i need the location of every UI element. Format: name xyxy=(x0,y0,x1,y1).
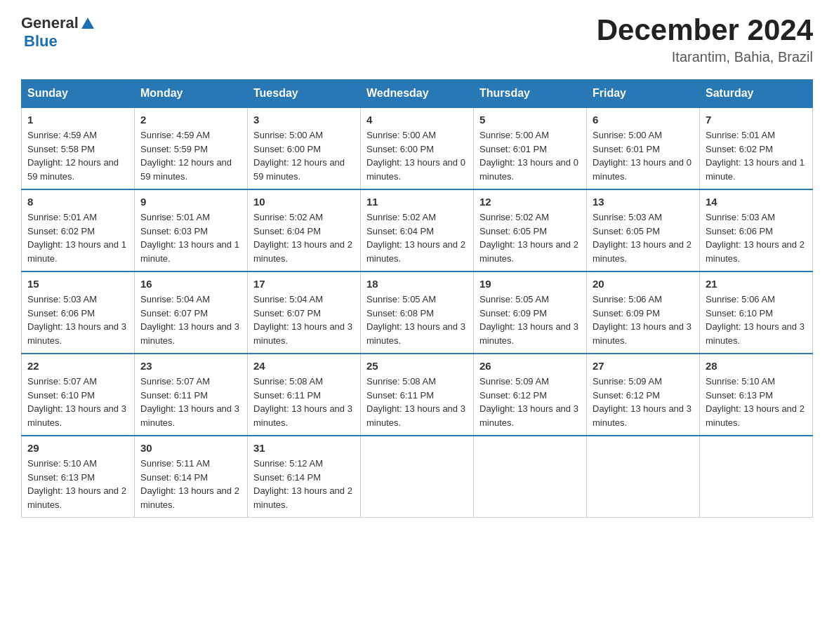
day-info: Sunrise: 5:10 AMSunset: 6:13 PMDaylight:… xyxy=(706,376,805,428)
day-number: 3 xyxy=(253,114,355,126)
logo: General Blue xyxy=(21,14,95,51)
weekday-header-wednesday: Wednesday xyxy=(361,80,474,108)
day-info: Sunrise: 5:00 AMSunset: 6:01 PMDaylight:… xyxy=(479,130,578,182)
day-number: 31 xyxy=(253,442,355,454)
day-info: Sunrise: 5:03 AMSunset: 6:06 PMDaylight:… xyxy=(27,294,126,346)
calendar-cell: 26 Sunrise: 5:09 AMSunset: 6:12 PMDaylig… xyxy=(474,354,587,436)
calendar-cell: 22 Sunrise: 5:07 AMSunset: 6:10 PMDaylig… xyxy=(22,354,135,436)
day-info: Sunrise: 5:00 AMSunset: 6:00 PMDaylight:… xyxy=(366,130,465,182)
day-info: Sunrise: 5:05 AMSunset: 6:08 PMDaylight:… xyxy=(366,294,465,346)
calendar-cell: 16 Sunrise: 5:04 AMSunset: 6:07 PMDaylig… xyxy=(135,271,248,354)
calendar-week-row: 29 Sunrise: 5:10 AMSunset: 6:13 PMDaylig… xyxy=(22,436,813,518)
day-number: 19 xyxy=(479,278,581,290)
day-number: 7 xyxy=(706,114,807,126)
day-info: Sunrise: 5:02 AMSunset: 6:04 PMDaylight:… xyxy=(253,212,352,264)
day-info: Sunrise: 5:01 AMSunset: 6:03 PMDaylight:… xyxy=(140,212,239,264)
day-number: 30 xyxy=(140,442,241,454)
calendar-cell: 14 Sunrise: 5:03 AMSunset: 6:06 PMDaylig… xyxy=(700,189,813,271)
day-info: Sunrise: 5:09 AMSunset: 6:12 PMDaylight:… xyxy=(479,376,578,428)
calendar-cell: 28 Sunrise: 5:10 AMSunset: 6:13 PMDaylig… xyxy=(700,354,813,436)
calendar-week-row: 22 Sunrise: 5:07 AMSunset: 6:10 PMDaylig… xyxy=(22,354,813,436)
day-number: 9 xyxy=(140,196,241,208)
day-number: 29 xyxy=(27,442,128,454)
day-info: Sunrise: 5:01 AMSunset: 6:02 PMDaylight:… xyxy=(706,130,805,182)
calendar-cell: 27 Sunrise: 5:09 AMSunset: 6:12 PMDaylig… xyxy=(587,354,700,436)
day-info: Sunrise: 5:02 AMSunset: 6:04 PMDaylight:… xyxy=(366,212,465,264)
day-info: Sunrise: 5:08 AMSunset: 6:11 PMDaylight:… xyxy=(366,376,465,428)
day-info: Sunrise: 5:07 AMSunset: 6:10 PMDaylight:… xyxy=(27,376,126,428)
calendar-cell: 3 Sunrise: 5:00 AMSunset: 6:00 PMDayligh… xyxy=(248,107,361,189)
day-number: 5 xyxy=(479,114,581,126)
calendar-cell: 5 Sunrise: 5:00 AMSunset: 6:01 PMDayligh… xyxy=(474,107,587,189)
day-info: Sunrise: 4:59 AMSunset: 5:58 PMDaylight:… xyxy=(27,130,119,182)
day-number: 13 xyxy=(593,196,694,208)
day-number: 11 xyxy=(366,196,468,208)
calendar-week-row: 1 Sunrise: 4:59 AMSunset: 5:58 PMDayligh… xyxy=(22,107,813,189)
calendar-cell: 1 Sunrise: 4:59 AMSunset: 5:58 PMDayligh… xyxy=(22,107,135,189)
weekday-header-row: SundayMondayTuesdayWednesdayThursdayFrid… xyxy=(22,80,813,108)
calendar-cell: 21 Sunrise: 5:06 AMSunset: 6:10 PMDaylig… xyxy=(700,271,813,354)
day-number: 2 xyxy=(140,114,241,126)
logo-triangle-icon xyxy=(80,16,95,32)
day-number: 27 xyxy=(593,360,694,372)
calendar-cell: 9 Sunrise: 5:01 AMSunset: 6:03 PMDayligh… xyxy=(135,189,248,271)
calendar-cell: 13 Sunrise: 5:03 AMSunset: 6:05 PMDaylig… xyxy=(587,189,700,271)
weekday-header-thursday: Thursday xyxy=(474,80,587,108)
day-number: 16 xyxy=(140,278,241,290)
day-number: 4 xyxy=(366,114,468,126)
calendar-cell: 10 Sunrise: 5:02 AMSunset: 6:04 PMDaylig… xyxy=(248,189,361,271)
title-block: December 2024 Itarantim, Bahia, Brazil xyxy=(597,14,813,65)
day-number: 6 xyxy=(593,114,694,126)
page-header: General Blue December 2024 Itarantim, Ba… xyxy=(21,14,813,65)
calendar-cell: 12 Sunrise: 5:02 AMSunset: 6:05 PMDaylig… xyxy=(474,189,587,271)
day-number: 17 xyxy=(253,278,355,290)
day-info: Sunrise: 5:04 AMSunset: 6:07 PMDaylight:… xyxy=(140,294,239,346)
day-number: 1 xyxy=(27,114,128,126)
calendar-cell: 6 Sunrise: 5:00 AMSunset: 6:01 PMDayligh… xyxy=(587,107,700,189)
day-number: 24 xyxy=(253,360,355,372)
day-info: Sunrise: 5:09 AMSunset: 6:12 PMDaylight:… xyxy=(593,376,691,428)
calendar-cell: 11 Sunrise: 5:02 AMSunset: 6:04 PMDaylig… xyxy=(361,189,474,271)
logo-general-text: General xyxy=(21,14,79,32)
day-number: 12 xyxy=(479,196,581,208)
day-number: 23 xyxy=(140,360,241,372)
calendar-cell: 17 Sunrise: 5:04 AMSunset: 6:07 PMDaylig… xyxy=(248,271,361,354)
day-info: Sunrise: 5:03 AMSunset: 6:06 PMDaylight:… xyxy=(706,212,805,264)
calendar-cell: 24 Sunrise: 5:08 AMSunset: 6:11 PMDaylig… xyxy=(248,354,361,436)
calendar-cell: 30 Sunrise: 5:11 AMSunset: 6:14 PMDaylig… xyxy=(135,436,248,518)
calendar-cell: 4 Sunrise: 5:00 AMSunset: 6:00 PMDayligh… xyxy=(361,107,474,189)
svg-marker-0 xyxy=(81,18,94,29)
weekday-header-friday: Friday xyxy=(587,80,700,108)
weekday-header-tuesday: Tuesday xyxy=(248,80,361,108)
day-number: 20 xyxy=(593,278,694,290)
calendar-cell: 23 Sunrise: 5:07 AMSunset: 6:11 PMDaylig… xyxy=(135,354,248,436)
day-info: Sunrise: 5:02 AMSunset: 6:05 PMDaylight:… xyxy=(479,212,578,264)
day-number: 28 xyxy=(706,360,807,372)
calendar-cell: 29 Sunrise: 5:10 AMSunset: 6:13 PMDaylig… xyxy=(22,436,135,518)
weekday-header-monday: Monday xyxy=(135,80,248,108)
calendar-week-row: 15 Sunrise: 5:03 AMSunset: 6:06 PMDaylig… xyxy=(22,271,813,354)
calendar-cell xyxy=(361,436,474,518)
calendar-cell xyxy=(587,436,700,518)
calendar-cell xyxy=(474,436,587,518)
day-info: Sunrise: 5:00 AMSunset: 6:00 PMDaylight:… xyxy=(253,130,345,182)
day-info: Sunrise: 4:59 AMSunset: 5:59 PMDaylight:… xyxy=(140,130,232,182)
day-info: Sunrise: 5:08 AMSunset: 6:11 PMDaylight:… xyxy=(253,376,352,428)
day-number: 8 xyxy=(27,196,128,208)
logo-blue-text: Blue xyxy=(24,32,58,51)
calendar-week-row: 8 Sunrise: 5:01 AMSunset: 6:02 PMDayligh… xyxy=(22,189,813,271)
day-info: Sunrise: 5:12 AMSunset: 6:14 PMDaylight:… xyxy=(253,458,352,510)
day-number: 15 xyxy=(27,278,128,290)
day-number: 26 xyxy=(479,360,581,372)
calendar-cell: 19 Sunrise: 5:05 AMSunset: 6:09 PMDaylig… xyxy=(474,271,587,354)
day-number: 22 xyxy=(27,360,128,372)
calendar-cell xyxy=(700,436,813,518)
day-info: Sunrise: 5:07 AMSunset: 6:11 PMDaylight:… xyxy=(140,376,239,428)
day-number: 14 xyxy=(706,196,807,208)
day-info: Sunrise: 5:10 AMSunset: 6:13 PMDaylight:… xyxy=(27,458,126,510)
day-info: Sunrise: 5:04 AMSunset: 6:07 PMDaylight:… xyxy=(253,294,352,346)
location-title: Itarantim, Bahia, Brazil xyxy=(597,49,813,65)
calendar-cell: 7 Sunrise: 5:01 AMSunset: 6:02 PMDayligh… xyxy=(700,107,813,189)
calendar-cell: 18 Sunrise: 5:05 AMSunset: 6:08 PMDaylig… xyxy=(361,271,474,354)
day-info: Sunrise: 5:05 AMSunset: 6:09 PMDaylight:… xyxy=(479,294,578,346)
